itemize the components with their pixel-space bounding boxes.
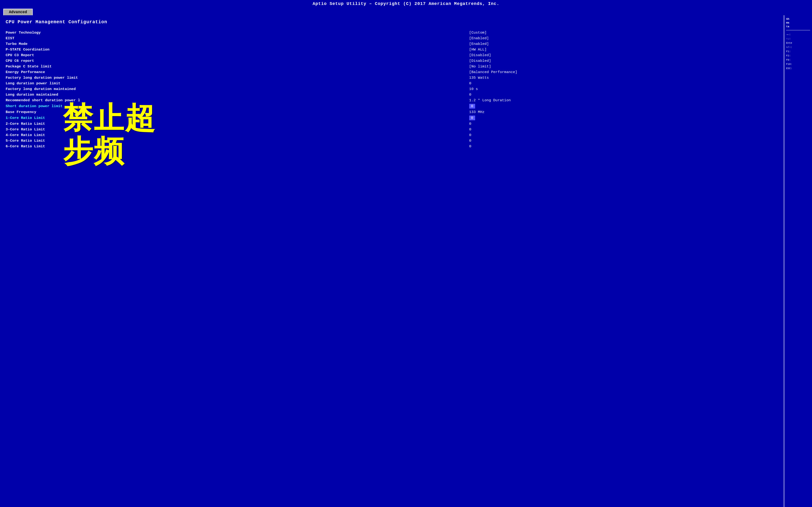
setting-value: 10 s [469,86,778,92]
table-row[interactable]: 3-Core Ratio Limit0 [6,127,778,132]
key-f10: F10: [786,62,810,66]
table-row[interactable]: CPU C3 Report[Disabled] [6,52,778,58]
table-row[interactable]: Long duration power limit0 [6,80,778,86]
setting-label: CPU C3 Report [6,52,469,58]
table-row[interactable]: 1-Core Ratio Limit0 [6,115,778,121]
setting-value: [No limit] [469,64,778,69]
setting-value: [Enabled] [469,36,778,41]
setting-label: Long duration maintained [6,92,469,98]
table-row[interactable]: Factory long duration maintained10 s [6,86,778,92]
setting-value: [Disabled] [469,58,778,64]
content-panel: CPU Power Management Configuration 禁止超 步… [0,15,784,507]
table-row[interactable]: Base Frequency133 MHz [6,109,778,115]
table-row[interactable]: EIST[Enabled] [6,36,778,41]
setting-value: 0 [469,115,778,121]
setting-value: 0 [469,132,778,138]
title-text: Aptio Setup Utility – Copyright (C) 2017… [313,1,499,6]
key-esc: ESC: [786,66,810,70]
setting-label: 2-Core Ratio Limit [6,121,469,127]
table-row[interactable]: Turbo Mode[Enabled] [6,41,778,47]
key-f9: F9: [786,58,810,62]
table-row[interactable]: Long duration maintained0 [6,92,778,98]
setting-label: Long duration power limit [6,80,469,86]
sidebar-label-ta: ta [786,25,810,28]
setting-value: 1.2 * Long Duration [469,98,778,103]
setting-value: 0 [469,92,778,98]
setting-value: [Balanced Performance] [469,69,778,75]
title-bar: Aptio Setup Utility – Copyright (C) 2017… [0,0,812,8]
key-f2: F2: [786,54,810,58]
tab-bar: Advanced [0,8,812,15]
table-row[interactable]: 2-Core Ratio Limit0 [6,121,778,127]
setting-label: EIST [6,36,469,41]
table-row[interactable]: 5-Core Ratio Limit0 [6,138,778,144]
setting-label: 6-Core Ratio Limit [6,144,469,149]
setting-label: Recommended short duration power l [6,98,469,103]
key-f1: F1: [786,49,810,54]
sidebar-label-sh: Sh [786,18,810,20]
tab-advanced-label: Advanced [9,10,27,14]
table-row[interactable]: Package C State limit[No limit] [6,64,778,69]
key-plusminus: +/−: [786,45,810,49]
key-arrows: →←: [786,33,810,37]
setting-label: 4-Core Ratio Limit [6,132,469,138]
table-row[interactable]: Factory long duration power limit135 Wat… [6,75,778,80]
setting-label: Short duration power limit [6,103,469,109]
table-row[interactable]: 6-Core Ratio Limit0 [6,144,778,149]
setting-label: CPU C6 report [6,58,469,64]
right-sidebar: Sh Wa ta →←: ↑↓: Ente +/−: F1: F2: F9: F… [784,15,812,507]
table-row[interactable]: Energy Performance[Balanced Performance] [6,69,778,75]
table-row[interactable]: Recommended short duration power l1.2 * … [6,98,778,103]
tab-advanced[interactable]: Advanced [3,9,33,15]
setting-value: [HW ALL] [469,47,778,52]
setting-value: 0 [469,121,778,127]
setting-value: [Custom] [469,30,778,36]
setting-value: 0 [469,127,778,132]
setting-value: 0 [469,80,778,86]
setting-label: Factory long duration maintained [6,86,469,92]
table-row[interactable]: 4-Core Ratio Limit0 [6,132,778,138]
setting-label: Power Technology [6,30,469,36]
setting-label: P-STATE Coordination [6,47,469,52]
key-legend: →←: ↑↓: Ente +/−: F1: F2: F9: F10: ESC: [786,33,810,70]
setting-label: Energy Performance [6,69,469,75]
setting-label: Base Frequency [6,109,469,115]
table-row[interactable]: Power Technology[Custom] [6,30,778,36]
setting-value: [Enabled] [469,41,778,47]
setting-label: Turbo Mode [6,41,469,47]
key-enter: Ente [786,41,810,45]
table-row[interactable]: CPU C6 report[Disabled] [6,58,778,64]
table-row[interactable]: P-STATE Coordination[HW ALL] [6,47,778,52]
setting-label: 3-Core Ratio Limit [6,127,469,132]
setting-value: [Disabled] [469,52,778,58]
setting-value: 133 MHz [469,109,778,115]
table-row[interactable]: Short duration power limit0 [6,103,778,109]
main-area: CPU Power Management Configuration 禁止超 步… [0,15,812,507]
setting-value: 135 Watts [469,75,778,80]
setting-label: Package C State limit [6,64,469,69]
key-updown: ↑↓: [786,37,810,41]
settings-table: Power Technology[Custom]EIST[Enabled]Tur… [6,30,778,149]
setting-label: 5-Core Ratio Limit [6,138,469,144]
setting-value: 0 [469,103,778,109]
setting-label: Factory long duration power limit [6,75,469,80]
panel-title: CPU Power Management Configuration [6,19,778,25]
setting-value: 0 [469,138,778,144]
sidebar-label-wa: Wa [786,21,810,24]
setting-label: 1-Core Ratio Limit [6,115,469,121]
setting-value: 0 [469,144,778,149]
